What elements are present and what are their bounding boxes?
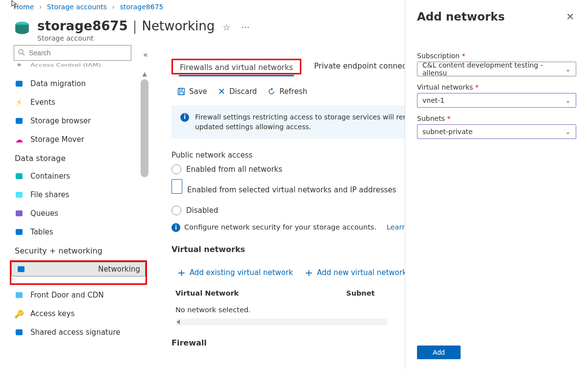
panel-title: Add networks (417, 10, 505, 23)
sidebar-search-input[interactable] (14, 45, 131, 61)
svg-rect-5 (16, 118, 23, 124)
people-icon: ⚭ (15, 61, 24, 69)
sidebar-item-events[interactable]: ⚡Events (10, 93, 147, 112)
svg-rect-15 (179, 92, 183, 94)
sidebar-item-label: Shared access signature (30, 328, 121, 337)
svg-rect-11 (16, 292, 23, 298)
sidebar-item-storage-mover[interactable]: ☁Storage Mover (10, 130, 147, 149)
add-button[interactable]: Add (417, 346, 461, 359)
sidebar-item-label: Tables (30, 228, 53, 236)
col-virtual-network: Virtual Network (172, 285, 342, 302)
browser-icon (15, 116, 24, 125)
fileshares-icon (15, 190, 24, 199)
sidebar-item-label: Access Control (IAM) (30, 63, 101, 68)
vnets-label: Virtual networks * (417, 83, 576, 91)
key-icon: 🔑 (15, 309, 24, 318)
svg-rect-6 (16, 173, 23, 179)
refresh-button[interactable]: Refresh (268, 87, 307, 96)
containers-icon (15, 172, 24, 181)
sidebar-item-label: Front Door and CDN (30, 291, 104, 300)
chevron-down-icon: ⌄ (565, 96, 571, 104)
subscription-select[interactable]: C&L content development testing - allens… (417, 62, 576, 76)
sidebar-item-tables[interactable]: Tables (10, 223, 147, 241)
subnets-label: Subnets * (417, 115, 576, 122)
info-icon: i (172, 223, 180, 232)
sidebar-item-label: Containers (30, 172, 70, 181)
breadcrumb-resource[interactable]: storage8675 (120, 3, 164, 11)
page-title-blade: Networking (142, 19, 215, 33)
add-new-vnet-button[interactable]: +Add new virtual network (305, 267, 407, 278)
sidebar-item-label: Data migration (30, 79, 86, 88)
sidebar-item-label: Queues (30, 209, 58, 218)
svg-rect-8 (16, 210, 23, 216)
sidebar-item-label: Access keys (30, 309, 74, 318)
cursor-icon (11, 0, 19, 8)
svg-rect-7 (16, 192, 23, 198)
sidebar-item-containers[interactable]: Containers (10, 167, 147, 185)
sidebar-item-storage-browser[interactable]: Storage browser (10, 112, 147, 130)
cdn-icon (15, 291, 24, 300)
sidebar-item-label: Storage browser (30, 116, 91, 125)
horizontal-scrollbar[interactable] (176, 319, 387, 325)
lightning-icon: ⚡ (15, 98, 24, 107)
networking-icon (17, 265, 25, 274)
chevron-down-icon: ⌄ (565, 65, 571, 73)
add-existing-vnet-button[interactable]: +Add existing virtual network (177, 267, 293, 278)
sidebar-nav: ⚭Access Control (IAM)Data migration⚡Even… (10, 61, 147, 342)
svg-rect-4 (16, 81, 23, 87)
more-menu-button[interactable]: ··· (238, 20, 252, 34)
sidebar-item-label: File shares (30, 190, 69, 199)
svg-rect-12 (16, 329, 23, 335)
plus-icon: + (305, 267, 313, 278)
refresh-icon (268, 88, 275, 95)
subnets-select[interactable]: subnet-private ⌄ (417, 124, 576, 139)
svg-point-2 (19, 49, 23, 54)
sidebar-item-access-keys[interactable]: 🔑Access keys (10, 304, 147, 323)
info-icon: i (180, 113, 189, 122)
svg-rect-10 (18, 266, 24, 272)
add-networks-panel: Add networks ✕ Subscription * C&L conten… (405, 0, 588, 369)
sidebar-item-label: Networking (98, 265, 140, 274)
sas-icon (15, 328, 24, 337)
svg-line-3 (23, 53, 24, 55)
queues-icon (15, 209, 24, 218)
tables-icon (15, 228, 24, 236)
storage-account-icon (14, 21, 30, 37)
breadcrumb-storage-accounts[interactable]: Storage accounts (47, 3, 107, 11)
svg-rect-14 (179, 88, 182, 90)
plus-icon: + (177, 267, 186, 278)
close-panel-button[interactable]: ✕ (564, 9, 576, 24)
sidebar-item-networking[interactable]: Networking (11, 262, 146, 277)
sidebar-group: Security + networking (10, 241, 147, 259)
sidebar-item-access-control-iam-[interactable]: ⚭Access Control (IAM) (10, 61, 147, 74)
sidebar-item-shared-access-signature[interactable]: Shared access signature (10, 323, 147, 342)
tab-firewalls[interactable]: Firewalls and virtual networks (180, 63, 293, 76)
svg-rect-9 (16, 229, 23, 235)
sidebar-item-data-migration[interactable]: Data migration (10, 74, 147, 93)
sidebar-item-label: Events (30, 98, 55, 107)
sidebar-item-file-shares[interactable]: File shares (10, 185, 147, 204)
vnets-select[interactable]: vnet-1 ⌄ (417, 93, 576, 108)
subscription-label: Subscription * (417, 52, 576, 60)
sidebar-item-front-door-and-cdn[interactable]: Front Door and CDN (10, 286, 147, 304)
discard-button[interactable]: ✕ Discard (218, 86, 257, 96)
sidebar-item-label: Storage Mover (30, 135, 84, 144)
save-button[interactable]: Save (177, 87, 207, 96)
sidebar-item-queues[interactable]: Queues (10, 204, 147, 223)
mover-icon: ☁ (15, 135, 24, 144)
page-title-resource: storage8675 (37, 19, 128, 33)
data-icon (15, 79, 24, 88)
search-icon (18, 48, 25, 56)
sidebar-group: Data storage (10, 149, 147, 167)
close-icon: ✕ (218, 86, 225, 96)
favorite-button[interactable]: ☆ (220, 20, 233, 34)
chevron-down-icon: ⌄ (565, 128, 571, 136)
sidebar: « ⚭Access Control (IAM)Data migration⚡Ev… (0, 44, 147, 359)
save-icon (177, 88, 185, 95)
resource-type-label: Storage account (37, 34, 253, 42)
